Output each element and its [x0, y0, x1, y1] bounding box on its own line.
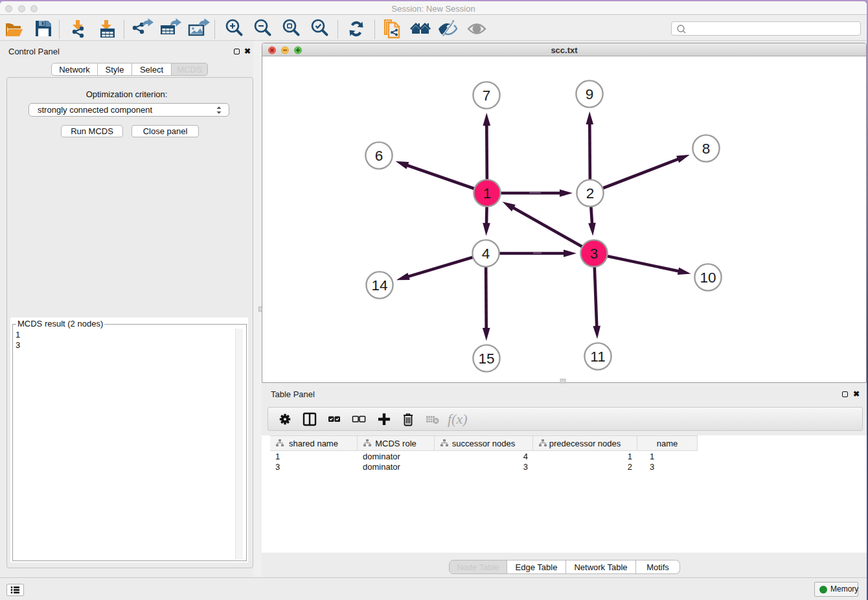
- svg-text:f(x): f(x): [448, 411, 468, 427]
- svg-text:14: 14: [371, 277, 387, 294]
- svg-text:15: 15: [478, 351, 494, 367]
- svg-text:10: 10: [700, 270, 716, 286]
- svg-text:2: 2: [586, 185, 595, 202]
- svg-text:6: 6: [375, 148, 383, 164]
- svg-text:3: 3: [590, 246, 599, 262]
- svg-text:1: 1: [483, 185, 492, 202]
- svg-text:11: 11: [590, 349, 605, 365]
- svg-text:7: 7: [483, 87, 491, 104]
- svg-text:4: 4: [482, 246, 490, 262]
- svg-text:8: 8: [702, 141, 711, 157]
- svg-text:9: 9: [586, 86, 594, 102]
